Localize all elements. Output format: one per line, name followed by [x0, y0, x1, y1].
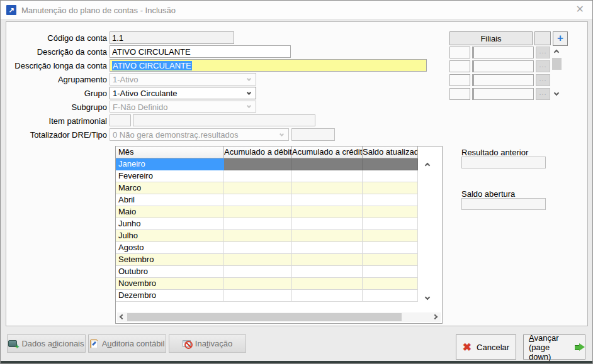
table-row[interactable]: Novembro [116, 278, 418, 290]
filial-browse-button[interactable]: ... [536, 47, 550, 58]
close-icon[interactable]: ✕ [576, 4, 584, 15]
credit-cell[interactable] [292, 266, 363, 278]
credit-cell[interactable] [292, 242, 363, 254]
month-cell[interactable]: Julho [116, 230, 224, 242]
saldo-cell[interactable] [363, 194, 418, 206]
debit-cell[interactable] [224, 278, 292, 290]
filial-code-field[interactable] [449, 74, 470, 86]
table-row[interactable]: Setembro [116, 254, 418, 266]
debit-cell[interactable] [224, 206, 292, 218]
debit-cell[interactable] [224, 194, 292, 206]
month-cell[interactable]: Janeiro [116, 158, 224, 170]
filial-browse-button[interactable]: ... [536, 74, 550, 86]
debit-cell[interactable] [224, 254, 292, 266]
saldo-cell[interactable] [363, 242, 418, 254]
credit-cell[interactable] [292, 158, 363, 170]
saldo-cell[interactable] [363, 170, 418, 182]
debit-cell[interactable] [224, 266, 292, 278]
dados-adicionais-button[interactable]: Dados adicionais [7, 334, 86, 353]
filial-code-field[interactable] [449, 47, 470, 58]
month-cell[interactable]: Novembro [116, 278, 224, 290]
filial-name-field[interactable] [472, 47, 534, 58]
column-header-saldo[interactable]: Saldo atualizado [363, 146, 418, 158]
credit-cell[interactable] [292, 278, 363, 290]
saldo-cell[interactable] [363, 254, 418, 266]
codigo-field[interactable] [110, 31, 234, 44]
month-cell[interactable]: Agosto [116, 242, 224, 254]
grupo-select[interactable]: 1-Ativo Circulante [110, 87, 256, 99]
table-row[interactable]: Abril [116, 194, 418, 206]
credit-cell[interactable] [292, 170, 363, 182]
auditoria-contabil-button[interactable]: Auditoria contábil [88, 334, 166, 353]
saldo-cell[interactable] [363, 230, 418, 242]
table-row[interactable]: Julho [116, 230, 418, 242]
debit-cell[interactable] [224, 158, 292, 170]
saldo-cell[interactable] [363, 182, 418, 194]
table-row[interactable]: Janeiro [116, 158, 418, 170]
cancelar-button[interactable]: ✖ Cancelar [456, 334, 516, 360]
scroll-left-icon[interactable] [120, 314, 125, 319]
debit-cell[interactable] [224, 182, 292, 194]
month-cell[interactable]: Outubro [116, 266, 224, 278]
credit-cell[interactable] [292, 290, 363, 302]
table-row[interactable]: Agosto [116, 242, 418, 254]
filial-name-field[interactable] [472, 74, 534, 86]
table-row[interactable]: Maio [116, 206, 418, 218]
credit-cell[interactable] [292, 218, 363, 230]
table-row[interactable]: Outubro [116, 266, 418, 278]
credit-cell[interactable] [292, 206, 363, 218]
scroll-right-icon[interactable] [432, 314, 438, 319]
column-header-debito[interactable]: Acumulado a débito [224, 146, 292, 158]
filiais-scrollbar-thumb[interactable] [552, 58, 562, 70]
filial-browse-button[interactable]: ... [536, 88, 550, 100]
month-cell[interactable]: Dezembro [116, 290, 224, 302]
credit-cell[interactable] [292, 194, 363, 206]
credit-cell[interactable] [292, 182, 363, 194]
totalizador-dre-select: 0 Não gera demonstraç.resultados [110, 128, 289, 141]
filial-browse-button[interactable]: ... [536, 60, 550, 72]
table-row[interactable]: Fevereiro [116, 170, 418, 182]
table-horizontal-scrollbar[interactable] [117, 312, 441, 322]
table-row[interactable]: Marco [116, 182, 418, 194]
table-scroll-down-icon[interactable] [425, 295, 430, 300]
dados-adicionais-label: Dados adicionais [21, 339, 84, 348]
avancar-button[interactable]: Avançar (page down) [523, 334, 585, 360]
credit-cell[interactable] [292, 230, 363, 242]
month-cell[interactable]: Maio [116, 206, 224, 218]
saldo-cell[interactable] [363, 158, 418, 170]
column-header-mes[interactable]: Mês [116, 146, 224, 158]
table-row[interactable]: Junho [116, 218, 418, 230]
filial-name-field[interactable] [472, 88, 534, 100]
add-filial-button[interactable]: + [553, 31, 568, 46]
credit-cell[interactable] [292, 254, 363, 266]
table-row[interactable]: Dezembro [116, 290, 418, 302]
item-patrimonial-code-field [110, 114, 131, 126]
debit-cell[interactable] [224, 170, 292, 182]
filial-name-field[interactable] [472, 60, 534, 72]
debit-cell[interactable] [224, 290, 292, 302]
h-scrollbar-thumb[interactable] [127, 313, 402, 321]
filial-code-field[interactable] [449, 88, 470, 100]
debit-cell[interactable] [224, 218, 292, 230]
column-header-credito[interactable]: Acumulado a crédito [292, 146, 363, 158]
saldo-cell[interactable] [363, 206, 418, 218]
saldo-cell[interactable] [363, 290, 418, 302]
table-scroll-up-icon[interactable] [425, 163, 430, 168]
month-cell[interactable]: Marco [116, 182, 224, 194]
inativacao-button[interactable]: Inativação [169, 334, 246, 353]
month-cell[interactable]: Fevereiro [116, 170, 224, 182]
filiais-scroll-up-icon[interactable] [554, 50, 559, 55]
debit-cell[interactable] [224, 242, 292, 254]
saldo-cell[interactable] [363, 278, 418, 290]
month-cell[interactable]: Abril [116, 194, 224, 206]
debit-cell[interactable] [224, 230, 292, 242]
month-cell[interactable]: Setembro [116, 254, 224, 266]
month-cell[interactable]: Junho [116, 218, 224, 230]
filiais-scroll-down-icon[interactable] [554, 91, 559, 96]
saldo-cell[interactable] [363, 218, 418, 230]
descricao-field[interactable] [110, 45, 291, 58]
saldo-cell[interactable] [363, 266, 418, 278]
descricao-longa-field[interactable]: ATIVO CIRCULANTE [110, 59, 427, 72]
filiais-header: Filiais [449, 31, 533, 45]
filial-code-field[interactable] [449, 60, 470, 72]
